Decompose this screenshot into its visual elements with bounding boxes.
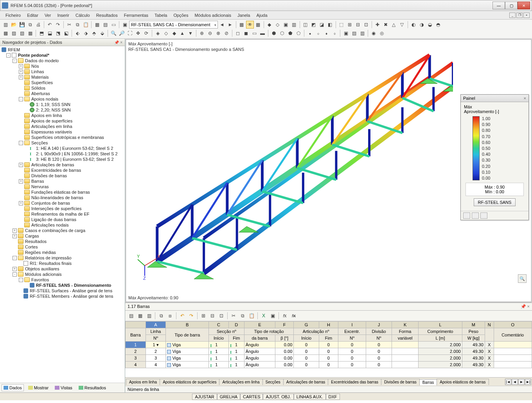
h4-icon[interactable]: ⬕ [62,29,70,37]
table-row[interactable]: 22VigaI1I1Ângulo0.0000002.00049.30X [126,348,532,355]
l3-icon[interactable]: ▭ [250,29,258,37]
o3-icon[interactable]: ▥ [358,29,366,37]
toggle-icon[interactable]: - [13,59,17,63]
tree-item[interactable]: Barras [31,179,44,184]
toggle-icon[interactable]: + [13,234,17,238]
k3-icon[interactable]: ⊗ [214,29,222,37]
tt-excel-icon[interactable]: X [259,311,268,320]
j4-icon[interactable]: ▲ [178,29,186,37]
tree-item[interactable]: 1: HE A 140 | Euronorm 53-62; Steel S 2 [36,146,113,151]
col-letter[interactable]: J [366,322,392,328]
table-row[interactable]: 11 ▾VigaI1I1Ângulo0.0000002.00049.30X [126,342,532,348]
tree-item[interactable]: Favoritos [31,277,49,282]
d4-icon[interactable]: ⊡ [362,21,370,29]
col-artic-i[interactable]: Início [294,335,319,342]
menu-ferramentas[interactable]: Ferramentas [121,12,151,18]
col-letter[interactable]: E [244,322,275,328]
table-pin-icon[interactable]: 📌 × [521,304,530,309]
col-peso[interactable]: Peso [462,328,485,335]
model-viewport[interactable]: Máx Aproveitamento [-] RF-STEEL SANS CA1… [126,39,532,302]
col-lm[interactable]: L [m] [419,335,462,342]
tt10-icon[interactable]: ⧉ [238,311,247,320]
legend-tool-1[interactable] [463,212,470,219]
col-artic-f[interactable]: Fim [319,335,338,342]
col-letter[interactable]: H [319,322,338,328]
table-icon[interactable]: ▦ [93,21,101,29]
status-segment[interactable]: LINHAS AUX. [294,394,326,400]
new-icon[interactable]: ▥ [2,21,9,29]
tt-fx-icon[interactable]: fx [280,311,289,320]
tree-item[interactable]: Espessuras variáveis [31,130,72,134]
tree-item[interactable]: 2: 2,20; NSS SNN [36,108,71,112]
i3-icon[interactable]: ⬘ [90,29,98,37]
tree-item[interactable]: Sólidos [31,86,45,90]
tt2-icon[interactable]: ▦ [136,311,144,320]
menu-janela[interactable]: Janela [234,12,253,18]
j1-icon[interactable]: ◈ [154,29,162,37]
tt8-icon[interactable]: ⊡ [217,311,226,320]
save-icon[interactable]: 💾 [18,21,26,29]
col-linha-no[interactable]: Nº [146,335,166,342]
col-linha[interactable]: Linha [146,328,166,335]
menu-inserir[interactable]: Inserir [54,12,72,18]
loadcase-combo[interactable]: RF-STEEL SANS CA1 - Dimensionament [129,21,218,29]
menu-ver[interactable]: Ver [41,12,54,18]
tree-item[interactable]: Linhas [31,69,44,74]
tree-item[interactable]: 2: L 90x90x9 | EN 10056-1:1998; Steel S … [36,151,118,156]
col-letter[interactable]: C [209,322,229,328]
tree-root[interactable]: RFEM [8,47,20,52]
j3-icon[interactable]: ◆ [170,29,178,37]
status-segment[interactable]: GRELHA [217,394,240,400]
toggle-icon[interactable]: - [13,256,17,260]
menu-ajuda[interactable]: Ajuda [253,12,270,18]
col-letter[interactable]: F [275,322,294,328]
next-case-icon[interactable]: ► [226,21,234,29]
col-letter[interactable]: D [228,322,244,328]
table-tab[interactable]: Apoios em linha [126,379,160,385]
tab-prev-icon[interactable]: ◄ [512,379,518,385]
mdi-close-button[interactable]: × [523,13,530,18]
tree-item[interactable]: Articulações nodais [31,223,68,227]
table-tab[interactable]: Divisões de barras [381,379,420,385]
n4-icon[interactable]: ⬨ [331,29,338,37]
col-barra[interactable]: Barra [126,328,146,342]
d1-icon[interactable]: ⬚ [338,21,345,29]
tree-item[interactable]: Nervuras [31,184,49,189]
tree-item[interactable]: Ligação de duas barras [31,217,76,222]
g2-icon[interactable]: ▨ [10,29,18,37]
col-excent[interactable]: Excentr. [338,328,366,335]
g3-icon[interactable]: ▧ [18,29,26,37]
toggle-icon[interactable]: - [19,97,23,101]
d2-icon[interactable]: ⊞ [346,21,354,29]
toggle-icon[interactable]: - [19,141,23,145]
col-div[interactable]: Divisão [366,328,392,335]
b3-icon[interactable]: ▣ [282,21,290,29]
paste-icon[interactable]: 📋 [82,21,90,29]
h3-icon[interactable]: ⬔ [54,29,62,37]
col-letter[interactable]: L [419,322,462,328]
menu-editar[interactable]: Editar [24,12,41,18]
l4-icon[interactable]: ▬ [259,29,266,37]
col-beta[interactable]: β [°] [275,335,294,342]
legend-tool-2[interactable] [472,212,479,219]
h1-icon[interactable]: ⬒ [38,29,45,37]
col-artic[interactable]: Articulação nº [294,328,338,335]
tab-resultados[interactable]: Resultados [77,384,108,391]
table-tab[interactable]: Barras [419,379,437,385]
tree-item[interactable]: RF-STEEL Surfaces - Análise geral de ten… [30,288,112,293]
tree-item[interactable]: RF-STEEL Members - Análise geral de tens [30,294,113,299]
tree-item[interactable]: Dados do modelo [25,58,59,63]
a-icon[interactable]: ▦ [254,21,262,29]
table-tab[interactable]: Articulações de barras [283,379,329,385]
col-letter[interactable]: N [485,322,494,328]
col-seccao[interactable]: Secção nº [209,328,244,335]
e3-icon[interactable]: △ [390,21,398,29]
tree-item[interactable]: Divisões de barras [31,173,67,178]
tt5-icon[interactable]: ⧈ [166,311,174,320]
tt4-icon[interactable]: ⧉ [157,311,165,320]
col-letter[interactable]: I [338,322,366,328]
zoom-out-icon[interactable]: 🔎 [118,29,126,37]
tree-item[interactable]: Relatórios de impressão [25,255,72,260]
minimize-button[interactable]: — [492,2,505,9]
tree-item[interactable]: Casos e combinações de carga [25,228,85,233]
